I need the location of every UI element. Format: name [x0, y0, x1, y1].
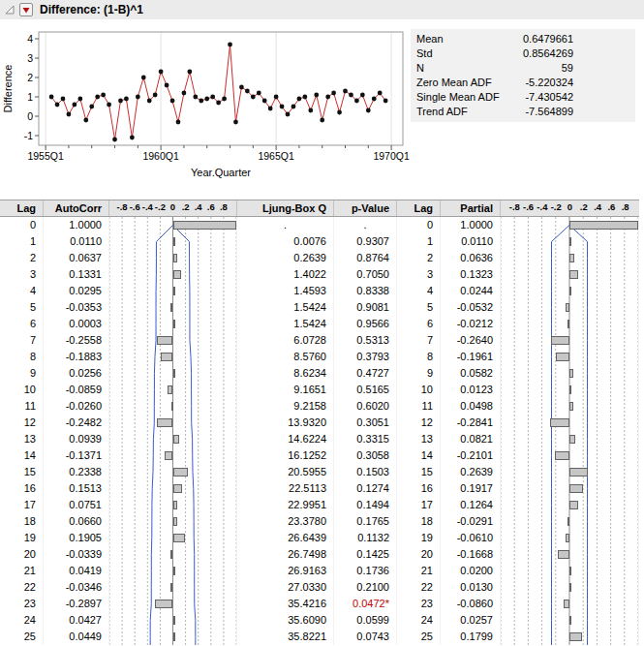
table-cell: 0.0660: [44, 513, 108, 530]
red-triangle-menu-button[interactable]: [19, 3, 33, 16]
stat-row: N59: [416, 61, 629, 76]
stat-label: N: [416, 61, 513, 76]
table-cell: 1.4593: [237, 283, 333, 299]
table-cell: 15: [397, 464, 440, 480]
partial-bar: [551, 336, 569, 345]
table-cell: 0: [397, 217, 440, 233]
autocorr-bar: [155, 600, 173, 608]
autocorr-bar: [173, 369, 175, 378]
partial-bar: [569, 484, 583, 493]
col-partial: 1.00000.01100.06360.13230.0244-0.0532-0.…: [441, 217, 501, 645]
header-partial: Partial: [441, 200, 501, 216]
autocorr-bar: [173, 501, 178, 509]
partial-bar: [550, 418, 569, 427]
table-cell: 20: [0, 546, 43, 563]
table-cell: 12: [0, 415, 43, 431]
table-cell: 0.1494: [334, 497, 396, 513]
difference-plot-svg: -1012341955Q11960Q11965Q11970Q1Year.Quar…: [0, 21, 411, 186]
table-cell: 0.5165: [334, 382, 396, 398]
autocorr-bar: [171, 402, 173, 411]
table-cell: 0.6020: [334, 398, 396, 415]
table-cell: 0.1425: [334, 546, 396, 563]
table-cell: 0.0076: [237, 233, 333, 250]
table-cell: 0.1274: [334, 480, 396, 497]
table-cell: 0.3793: [334, 349, 396, 365]
table-cell: 0.0939: [44, 431, 108, 447]
table-cell: 26.6439: [237, 530, 333, 546]
table-cell: 0.1323: [441, 266, 500, 283]
partial-bar: [569, 583, 571, 592]
acf-table-header: Lag AutoCorr -.8-.6-.4-.20.2.4.6.8 Ljung…: [0, 200, 639, 217]
table-cell: 26.7498: [237, 546, 333, 563]
partial-bar: [569, 254, 574, 262]
report-window: Difference: (1-B)^1 -1012341955Q11960Q11…: [0, 0, 644, 645]
table-cell: 35.4216: [237, 596, 333, 612]
table-cell: 25: [0, 629, 43, 645]
col-p-value: .0.93070.87640.70500.83380.90810.95660.5…: [334, 217, 397, 645]
autocorr-bar: [173, 567, 176, 575]
stat-row: Std0.8564269: [416, 46, 629, 61]
table-cell: 10: [0, 382, 43, 398]
table-cell: 23: [397, 596, 440, 612]
table-cell: 1.0000: [44, 217, 108, 233]
table-cell: 3: [0, 266, 43, 283]
scale-tick-label: .4: [594, 200, 601, 215]
table-cell: -0.2101: [441, 447, 500, 464]
partial-bar: [569, 237, 571, 246]
table-cell: 10: [397, 382, 440, 398]
table-cell: 18: [397, 513, 440, 530]
table-cell: 25: [397, 629, 440, 645]
bar-chart-grid: [109, 217, 236, 645]
table-cell: -0.1668: [441, 546, 500, 563]
table-cell: -0.0610: [441, 530, 500, 546]
svg-text:1965Q1: 1965Q1: [258, 150, 294, 162]
stat-label: Zero Mean ADF: [416, 76, 513, 90]
table-cell: 0.0449: [44, 629, 108, 645]
table-cell: 0.1765: [334, 513, 396, 530]
table-cell: .: [237, 217, 333, 233]
table-cell: 35.6090: [237, 612, 333, 629]
autocorr-bar: [173, 320, 175, 328]
table-cell: 35.8221: [237, 629, 333, 645]
table-cell: 19: [397, 530, 440, 546]
autocorr-bar: [165, 451, 173, 460]
table-cell: 15: [0, 464, 43, 480]
stat-label: Std: [416, 46, 513, 61]
partial-bar: [569, 221, 638, 230]
partial-bar: [564, 600, 569, 608]
table-cell: 22.5113: [237, 480, 333, 497]
table-cell: 1.5424: [237, 299, 333, 316]
table-cell: -0.0860: [441, 596, 500, 612]
autocorr-bar: [173, 237, 175, 246]
partial-bar: [569, 435, 575, 444]
scale-tick-label: .8: [220, 200, 228, 215]
autocorr-bar: [170, 303, 172, 312]
stat-value: -7.430542: [513, 90, 573, 105]
disclosure-triangle-icon[interactable]: [4, 4, 15, 15]
stat-value: 0.8564269: [513, 46, 573, 61]
autocorr-bar: [173, 484, 183, 493]
table-cell: 18: [0, 513, 43, 530]
autocorr-bar: [173, 517, 177, 526]
table-cell: 0.8338: [334, 283, 396, 299]
partial-bar-chart: [501, 217, 639, 645]
table-cell: 17: [0, 497, 43, 513]
scale-tick-label: -.8: [509, 200, 520, 215]
table-cell: 11: [397, 398, 440, 415]
partial-bar: [566, 303, 569, 312]
partial-bar: [569, 632, 582, 641]
table-cell: -0.2558: [44, 332, 108, 349]
scale-tick-label: -.8: [117, 200, 128, 215]
autocorr-bar: [173, 632, 176, 641]
autocorr-bar: [173, 270, 182, 279]
autocorr-bar: [173, 435, 179, 444]
partial-bar: [569, 567, 571, 575]
table-cell: 0.0130: [441, 579, 500, 596]
svg-text:2: 2: [27, 72, 33, 83]
stat-value: -7.564899: [513, 105, 573, 119]
table-cell: -0.2897: [44, 596, 108, 612]
col-lag2: 0123456789101112131415161718192021222324…: [397, 217, 441, 645]
bar-chart-grid: [501, 217, 638, 645]
table-cell: 20: [397, 546, 440, 563]
table-cell: 1: [0, 233, 43, 250]
